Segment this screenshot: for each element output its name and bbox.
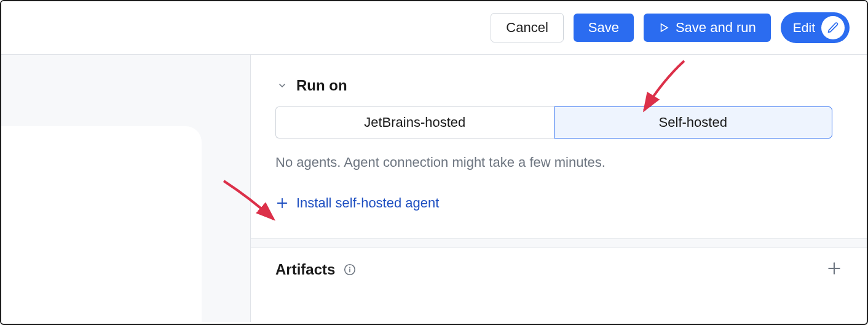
install-link-label: Install self-hosted agent xyxy=(296,195,439,211)
info-icon[interactable] xyxy=(342,262,357,277)
section-divider xyxy=(251,238,867,248)
main-panel: Run on JetBrains-hosted Self-hosted No a… xyxy=(251,55,867,322)
no-agents-status: No agents. Agent connection might take a… xyxy=(275,154,842,171)
run-on-title: Run on xyxy=(296,77,347,94)
sidebar-card xyxy=(1,126,202,323)
install-self-hosted-link[interactable]: Install self-hosted agent xyxy=(275,195,439,211)
svg-point-5 xyxy=(349,267,350,268)
edit-label: Edit xyxy=(793,20,815,35)
chevron-down-icon[interactable] xyxy=(275,79,289,92)
save-and-run-button[interactable]: Save and run xyxy=(644,14,771,42)
edit-toggle[interactable]: Edit xyxy=(781,12,850,43)
svg-marker-0 xyxy=(661,24,668,31)
jetbrains-hosted-option[interactable]: JetBrains-hosted xyxy=(275,106,554,138)
save-and-run-label: Save and run xyxy=(676,21,756,34)
self-hosted-option[interactable]: Self-hosted xyxy=(554,106,833,138)
save-button[interactable]: Save xyxy=(574,14,634,42)
run-on-header: Run on xyxy=(275,77,842,94)
artifacts-title: Artifacts xyxy=(275,261,335,278)
add-artifact-button[interactable] xyxy=(826,260,842,279)
pencil-icon xyxy=(821,16,845,39)
host-segmented-control: JetBrains-hosted Self-hosted xyxy=(275,106,832,138)
sidebar xyxy=(1,55,251,322)
cancel-button[interactable]: Cancel xyxy=(491,13,563,42)
play-icon xyxy=(658,22,669,33)
content-area: Run on JetBrains-hosted Self-hosted No a… xyxy=(1,55,867,322)
plus-icon xyxy=(275,196,289,210)
artifacts-header: Artifacts xyxy=(275,260,842,279)
toolbar: Cancel Save Save and run Edit xyxy=(1,1,867,55)
